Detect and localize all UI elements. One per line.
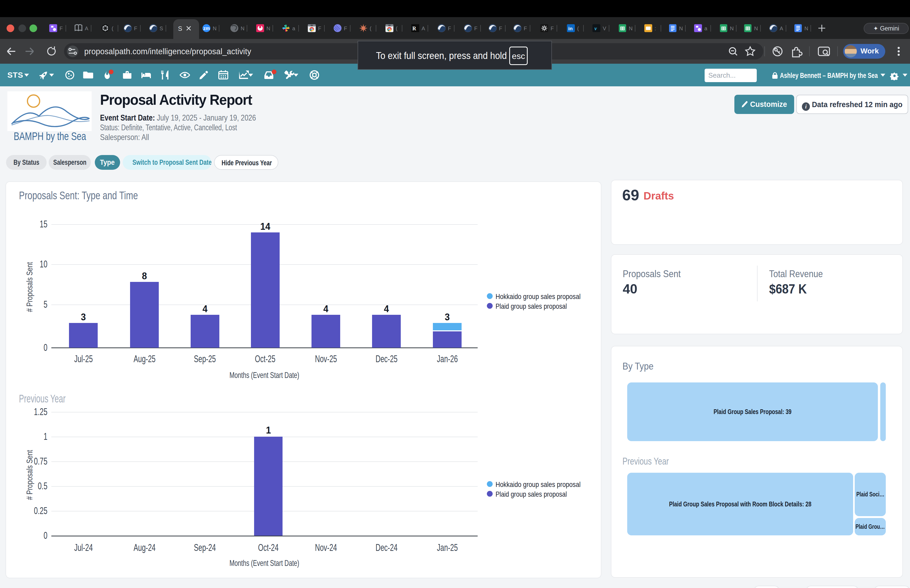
svg-text:(: ( — [370, 26, 372, 31]
svg-text:N: N — [730, 26, 734, 31]
svg-text:v: v — [594, 25, 597, 32]
svg-text:N: N — [213, 26, 217, 31]
svg-text::: : — [655, 26, 656, 31]
svg-text:A: A — [85, 26, 89, 31]
svg-text:(: ( — [396, 26, 398, 31]
svg-text:N: N — [267, 26, 270, 31]
svg-text:zm: zm — [203, 26, 210, 31]
svg-text:N: N — [679, 26, 683, 31]
svg-text:N: N — [241, 26, 244, 31]
svg-text:F: F — [318, 26, 321, 31]
svg-text:R: R — [412, 26, 416, 31]
svg-text:F: F — [474, 26, 477, 31]
svg-text:F: F — [134, 26, 137, 31]
svg-text:(: ( — [577, 26, 579, 31]
svg-text:N: N — [629, 26, 632, 31]
svg-text:a: a — [704, 26, 708, 31]
svg-text:F: F — [524, 26, 527, 31]
svg-text:S: S — [160, 26, 163, 31]
svg-text:A: A — [780, 26, 783, 31]
svg-text:A: A — [422, 26, 425, 31]
svg-text:S: S — [178, 25, 182, 32]
svg-text:V: V — [603, 26, 606, 31]
svg-text:F: F — [344, 26, 347, 31]
svg-text:(: ( — [112, 26, 113, 31]
svg-text:a: a — [292, 26, 296, 31]
svg-text:F: F — [60, 26, 63, 31]
svg-text:N: N — [754, 26, 758, 31]
svg-text:in: in — [568, 26, 573, 31]
svg-text:N: N — [805, 26, 808, 31]
svg-text:F: F — [551, 26, 554, 31]
svg-text:F: F — [499, 26, 502, 31]
svg-text:F: F — [448, 26, 451, 31]
